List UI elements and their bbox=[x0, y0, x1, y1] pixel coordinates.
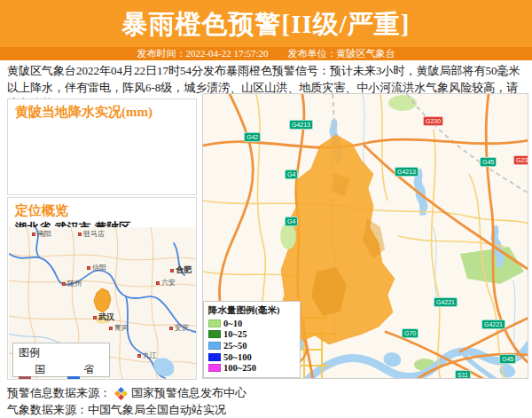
road-badge: G42 bbox=[244, 132, 261, 142]
warning-source-value: 国家预警信息发布中心 bbox=[131, 385, 246, 401]
city-name: 九江 bbox=[143, 351, 157, 360]
publish-time: 发布时间：2022-04-22 17:57:20 bbox=[137, 47, 268, 60]
precipitation-legend: 降水量图例(毫米) 0~1010~2525~5050~100100~250 bbox=[203, 301, 301, 378]
location-panel-title: 定位概览 bbox=[8, 198, 196, 219]
legend-range-label: 10~25 bbox=[223, 329, 246, 339]
overview-map-legend: 图例 国界省界 bbox=[12, 343, 110, 377]
city-label: 随州 bbox=[62, 279, 82, 288]
road-badge: G45 bbox=[499, 354, 516, 364]
boundary-label: 省界 bbox=[83, 362, 104, 379]
publish-info-bar: 发布时间：2022-04-22 17:57:20 发布单位：黄陂区气象台 bbox=[0, 47, 532, 60]
warning-page: 暴雨橙色预警[II级/严重] 发布时间：2022-04-22 17:57:20 … bbox=[0, 0, 532, 418]
precip-legend-row: 10~25 bbox=[208, 329, 295, 341]
precipitation-panel-title: 黄陂当地降水实况(mm) bbox=[8, 99, 196, 121]
overview-map[interactable]: 图例 国界省界 南阳驻马店信阳合肥六安随州武汉黄冈安庆九江 bbox=[9, 227, 196, 379]
city-name: 合肥 bbox=[176, 264, 192, 276]
city-name: 六安 bbox=[161, 278, 176, 288]
precip-legend-row: 50~100 bbox=[208, 351, 295, 363]
precipitation-legend-rows: 0~1010~2525~5050~100100~250 bbox=[208, 318, 295, 374]
boundary-line-sample bbox=[19, 376, 31, 379]
road-badge: G70 bbox=[402, 328, 419, 338]
page-title: 暴雨橙色预警[II级/严重] bbox=[0, 0, 532, 48]
legend-color-swatch bbox=[208, 342, 221, 350]
city-label: 驻马店 bbox=[78, 229, 105, 239]
city-marker-icon bbox=[78, 233, 82, 236]
city-marker-icon bbox=[87, 266, 90, 270]
city-marker-icon bbox=[170, 269, 174, 272]
precip-legend-row: 0~10 bbox=[208, 318, 295, 329]
city-label: 九江 bbox=[137, 351, 157, 360]
legend-range-label: 100~250 bbox=[223, 363, 256, 373]
boundary-line-sample bbox=[67, 376, 80, 379]
precipitation-map[interactable]: 降水量图例(毫米) 0~1010~2525~5050~100100~250 G4… bbox=[202, 93, 528, 379]
precipitation-legend-title: 降水量图例(毫米) bbox=[208, 304, 295, 317]
legend-range-label: 50~100 bbox=[223, 352, 252, 362]
overview-legend-rows: 国界省界 bbox=[19, 362, 104, 379]
location-panel: 定位概览 湖北省-武汉市-黄陂区 bbox=[7, 197, 197, 380]
city-label: 南阳 bbox=[32, 229, 51, 239]
legend-color-swatch bbox=[208, 330, 221, 338]
road-badge: G4221 bbox=[481, 319, 505, 329]
city-name: 信阳 bbox=[92, 263, 106, 272]
precipitation-panel: 黄陂当地降水实况(mm) bbox=[7, 99, 197, 195]
road-badge: S11 bbox=[455, 370, 471, 379]
warning-source-line: 预警信息数据来源： 国家预警信息发布中心 bbox=[7, 385, 246, 401]
precip-legend-row: 100~250 bbox=[208, 362, 295, 374]
nwc-diamond-logo-icon bbox=[114, 387, 128, 400]
city-name: 南阳 bbox=[37, 229, 51, 239]
legend-color-swatch bbox=[208, 364, 221, 372]
legend-range-label: 25~50 bbox=[223, 341, 246, 351]
precip-legend-row: 25~50 bbox=[208, 340, 295, 351]
legend-range-label: 0~10 bbox=[223, 319, 242, 328]
publish-time-value: 2022-04-22 17:57:20 bbox=[185, 48, 268, 59]
weather-source-line: 气象数据来源：中国气象局全国自动站实况 bbox=[7, 402, 226, 418]
road-badge: G4221 bbox=[434, 297, 458, 307]
city-name: 随州 bbox=[67, 279, 82, 288]
city-label: 合肥 bbox=[170, 264, 192, 276]
city-marker-icon bbox=[93, 316, 97, 319]
city-label: 六安 bbox=[156, 278, 176, 288]
city-label: 武汉 bbox=[93, 312, 114, 323]
city-marker-icon bbox=[137, 354, 141, 358]
road-badge: G45 bbox=[480, 157, 497, 167]
city-name: 黄冈 bbox=[114, 323, 129, 333]
overview-legend-item: 省界 bbox=[67, 362, 104, 379]
overview-legend-item: 国界 bbox=[19, 362, 55, 379]
city-marker-icon bbox=[109, 327, 113, 330]
city-name: 武汉 bbox=[98, 312, 114, 323]
road-badge: G230 bbox=[423, 116, 443, 126]
city-marker-icon bbox=[32, 233, 35, 236]
city-marker-icon bbox=[169, 327, 173, 330]
city-marker-icon bbox=[156, 281, 160, 285]
road-badge: G4 bbox=[285, 170, 298, 179]
road-badge: G230 bbox=[513, 155, 528, 165]
publish-unit-label: 发布单位： bbox=[288, 48, 337, 59]
boundary-label: 国界 bbox=[35, 362, 55, 379]
road-badge: G4213 bbox=[395, 167, 419, 177]
road-badge: G4 bbox=[285, 217, 298, 226]
city-label: 安庆 bbox=[169, 323, 189, 333]
city-name: 安庆 bbox=[175, 323, 189, 333]
warning-source-label: 预警信息数据来源： bbox=[7, 385, 111, 401]
city-name: 驻马店 bbox=[83, 229, 105, 239]
overview-legend-title: 图例 bbox=[19, 345, 104, 360]
road-badge: G4213 bbox=[289, 120, 313, 130]
header-banner: 暴雨橙色预警[II级/严重] bbox=[0, 0, 532, 47]
legend-color-swatch bbox=[208, 353, 221, 361]
city-label: 信阳 bbox=[87, 263, 106, 272]
publish-unit: 发布单位：黄陂区气象台 bbox=[288, 47, 395, 60]
publish-time-label: 发布时间： bbox=[137, 48, 185, 59]
publish-unit-value: 黄陂区气象台 bbox=[337, 48, 395, 59]
city-marker-icon bbox=[62, 282, 66, 286]
city-label: 黄冈 bbox=[109, 323, 129, 333]
legend-color-swatch bbox=[208, 319, 221, 327]
